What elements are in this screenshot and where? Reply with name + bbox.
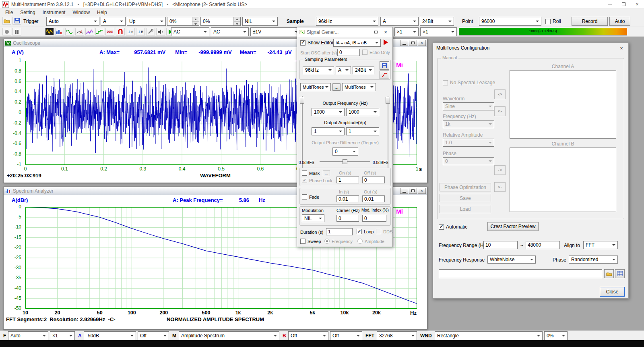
frequency-b-combo[interactable]: 1000 [346,108,379,116]
fade-in-input[interactable]: 0.01 [336,195,359,202]
duration-input[interactable]: 1 [326,228,353,235]
b-option1-dropdown[interactable]: Off [288,331,328,340]
multitones-titlebar[interactable]: MultiTones Configuration × [433,43,628,53]
oscilloscope-icon[interactable] [45,28,54,35]
mask-off-input[interactable]: 0 [362,177,385,183]
record-indicator-icon[interactable] [2,28,11,35]
gen-channel-dropdown[interactable]: A [336,66,351,74]
modulation-dropdown[interactable]: NIL [302,214,324,222]
signal-generator-close-button[interactable]: × [380,28,391,36]
gen-bit-depth-dropdown[interactable]: 24Bit [353,66,374,74]
trigger-mode-dropdown[interactable]: Auto [46,17,99,26]
browse-folder-icon[interactable] [604,269,614,278]
phase-difference-combo[interactable]: 0 [332,148,358,156]
waveform-b-dropdown[interactable]: MultiTones [342,83,376,91]
app-minimize-button[interactable] [603,0,617,9]
record-length-dropdown[interactable]: 96000 [479,17,541,26]
menu-file[interactable]: File [2,9,17,16]
input-range-dropdown[interactable]: ±1V [250,27,300,36]
channel-b-listbox[interactable] [510,148,616,212]
trigger-edge-dropdown[interactable]: Up [127,17,166,26]
spectrum-close-button[interactable]: × [418,188,426,194]
auto-button[interactable]: Auto [609,17,630,26]
signal-generator-icon[interactable] [65,28,74,35]
settings-tools-icon[interactable] [146,28,155,35]
open-file-icon[interactable] [2,17,11,25]
show-editor-checkbox[interactable]: Show Editor [300,40,334,46]
trigger-source-dropdown[interactable]: A [101,17,126,26]
calibrate-b-icon[interactable]: ⊥B [136,28,145,35]
a-option-dropdown[interactable]: Off [138,331,169,340]
automatic-checkbox[interactable]: Automatic [439,224,467,230]
amplitude-b-slider[interactable] [385,96,391,168]
loop-checkbox[interactable]: Loop [357,229,374,234]
trigger-level-spinner[interactable]: 0% [167,17,199,26]
routing-dropdown[interactable]: iA = oA, iB = oB [333,39,381,47]
sampling-rate-dropdown[interactable]: 96kHz [316,17,378,26]
menu-window[interactable]: Window [69,9,93,16]
spectrum-restore-button[interactable] [409,188,417,194]
fade-checkbox[interactable]: Fade [302,194,319,199]
multimeter-icon[interactable] [75,28,84,35]
record-button[interactable]: Record [572,17,608,26]
window-function-dropdown[interactable]: Rectangle [435,331,543,340]
amplitude-a-slider[interactable] [299,96,305,168]
fade-out-input[interactable]: 0.01 [362,195,385,202]
display-mode-dropdown[interactable]: Amplitude Spectrum [179,331,279,340]
mt-close-button[interactable]: Close [600,287,625,297]
frequency-response-dropdown[interactable]: WhiteNoise [487,256,536,264]
spectrum-3d-plot-icon[interactable] [85,28,94,35]
signal-generator-titlebar[interactable]: Signal Gener... × [297,27,392,37]
mask-checkbox[interactable]: Mask [302,170,320,176]
waveform-a-dropdown[interactable]: MultiTones [300,83,331,91]
bit-depth-dropdown[interactable]: 24Bit [420,17,454,26]
sampling-channel-dropdown[interactable]: A [380,17,419,26]
gen-sampling-rate-dropdown[interactable]: 96kHz [303,66,334,74]
fft-size-dropdown[interactable]: 32768 [377,331,417,340]
b-option2-dropdown[interactable]: Off [330,331,362,340]
mod-index-input[interactable]: 0 [362,215,386,222]
menu-instrument[interactable]: Instrument [39,9,69,16]
crest-factor-preview-button[interactable]: Crest Factor Preview [487,222,539,231]
mask-on-input[interactable]: 1 [336,177,359,183]
balance-slider[interactable] [320,159,370,164]
phase-mode-dropdown[interactable]: Randomized [569,256,618,264]
overlap-dropdown[interactable]: 0% [544,331,568,340]
freq-multiplier-dropdown[interactable]: ×1 [50,331,75,340]
generator-run-icon[interactable] [384,39,388,45]
menu-setting[interactable]: Setting [17,9,39,16]
waveform-editor-button[interactable]: ... [332,83,341,91]
gen-save-icon[interactable] [380,61,389,70]
pause-icon[interactable] [12,28,21,35]
freq-axis-mode-dropdown[interactable]: Auto [8,331,48,340]
channel-a-listbox[interactable] [510,70,616,139]
align-to-dropdown[interactable]: FFT [583,241,618,249]
spectrum-analyzer-icon[interactable] [55,28,64,35]
gen-filter-icon[interactable] [380,71,389,79]
frequency-max-input[interactable]: 48000 [526,241,560,249]
app-close-button[interactable]: × [630,0,644,9]
data-logger-icon[interactable] [95,28,104,35]
signal-generator-restore-button[interactable] [372,28,380,36]
probe-b-dropdown[interactable]: ×1 [420,27,457,36]
file-path-input[interactable] [439,269,602,278]
start-osc-input[interactable]: 0 [337,49,360,56]
app-maximize-button[interactable] [617,0,630,9]
sound-output-icon[interactable] [156,28,165,35]
save-file-icon[interactable] [12,17,21,25]
app-titlebar[interactable]: Multi-Instrument Pro 3.9.12.1 - [+3DP+DL… [0,0,644,9]
coupling-b-dropdown[interactable]: AC [211,27,249,36]
oscilloscope-restore-button[interactable] [409,40,417,46]
probe-a-dropdown[interactable]: ×1 [394,27,419,36]
carrier-input[interactable]: 0 [336,215,359,222]
trigger-hpf-dropdown[interactable]: NIL [242,17,278,26]
oscilloscope-close-button[interactable]: × [418,40,426,46]
calibrate-a-icon[interactable]: ⊥A [126,28,135,35]
tone-table-icon[interactable] [615,269,625,278]
coupling-a-dropdown[interactable]: AC [171,27,209,36]
a-range-dropdown[interactable]: -50dB [84,331,136,340]
frequency-a-combo[interactable]: 1000 [312,108,345,116]
menu-help[interactable]: Help [93,9,111,16]
magnet-icon[interactable] [116,28,125,35]
amplitude-b-combo[interactable]: 1 [346,127,379,135]
